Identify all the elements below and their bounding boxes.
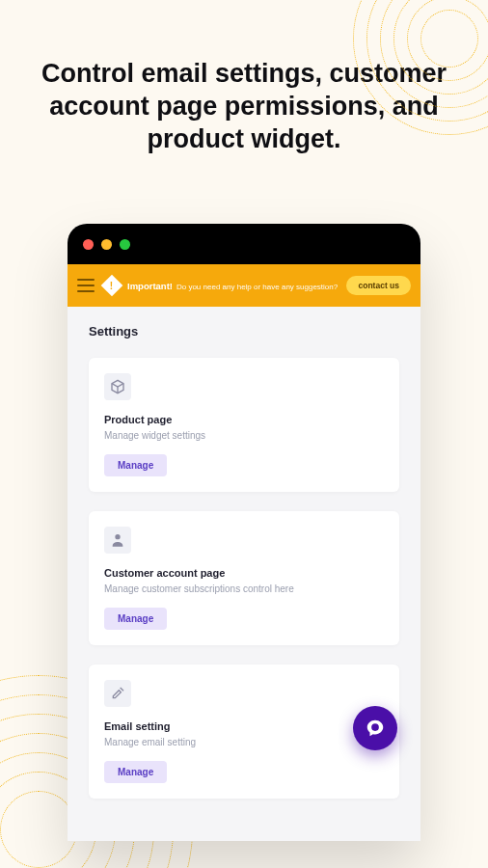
notification-banner: Important! Do you need any help or have …	[68, 264, 420, 307]
device-frame: Important! Do you need any help or have …	[68, 224, 420, 841]
banner-important-label: Important!	[127, 281, 173, 291]
card-title: Product page	[104, 414, 384, 425]
svg-point-1	[371, 723, 379, 731]
window-minimize-icon[interactable]	[101, 239, 112, 250]
content-area: Settings Product page Manage widget sett…	[68, 307, 420, 835]
banner-message: Do you need any help or have any suggest…	[176, 283, 338, 291]
card-subtitle: Manage customer subscriptions control he…	[104, 583, 384, 594]
card-subtitle: Manage widget settings	[104, 430, 384, 441]
window-zoom-icon[interactable]	[120, 239, 130, 250]
chat-fab-button[interactable]	[353, 706, 397, 750]
card-subtitle: Manage email setting	[104, 737, 384, 747]
card-product-page: Product page Manage widget settings Mana…	[89, 358, 399, 492]
manage-button[interactable]: Manage	[104, 454, 167, 476]
manage-button[interactable]: Manage	[104, 608, 167, 630]
window-close-icon[interactable]	[83, 239, 94, 250]
page-headline: Control email settings, customer account…	[0, 0, 488, 155]
window-titlebar	[68, 224, 420, 264]
cube-icon	[104, 373, 131, 400]
page-title: Settings	[89, 324, 399, 339]
contact-us-button[interactable]: contact us	[346, 276, 411, 295]
card-customer-account: Customer account page Manage customer su…	[89, 511, 399, 645]
user-icon	[104, 527, 131, 554]
chat-icon	[365, 718, 386, 739]
card-title: Customer account page	[104, 567, 384, 579]
tools-icon	[104, 680, 131, 707]
card-title: Email setting	[104, 720, 384, 732]
svg-point-0	[115, 534, 120, 539]
menu-icon[interactable]	[77, 279, 95, 292]
important-icon	[101, 275, 123, 297]
banner-text: Important! Do you need any help or have …	[127, 281, 339, 291]
manage-button[interactable]: Manage	[104, 761, 167, 783]
